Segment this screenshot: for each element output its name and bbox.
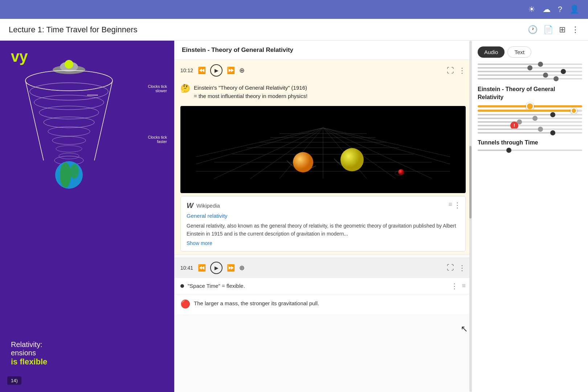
top-bar: ☀ ☁ ? 👤 bbox=[0, 0, 588, 19]
svg-point-11 bbox=[52, 136, 86, 144]
svg-point-2 bbox=[65, 60, 73, 69]
video-frame[interactable] bbox=[180, 106, 466, 193]
svg-point-39 bbox=[293, 152, 313, 172]
svg-point-17 bbox=[70, 164, 79, 179]
add-button-1[interactable]: ⊕ bbox=[239, 66, 245, 74]
slider-track-o8[interactable] bbox=[478, 132, 582, 134]
slider-thumb-1[interactable] bbox=[538, 62, 543, 67]
slider-track-4[interactable] bbox=[478, 74, 582, 76]
more-vertical-icon[interactable]: ⋮ bbox=[571, 25, 579, 34]
orange-slider-row-6: ! bbox=[478, 125, 582, 126]
rewind-button-1[interactable]: ⏪ bbox=[198, 66, 206, 74]
slide-page-number: 14) bbox=[7, 376, 21, 385]
slider-track-1[interactable] bbox=[478, 64, 582, 65]
slider-track-2[interactable] bbox=[478, 67, 582, 69]
slider-group-orange: ! bbox=[478, 105, 582, 134]
history-icon[interactable]: 🕐 bbox=[528, 25, 538, 34]
more-menu-button-1[interactable]: ⋮ bbox=[458, 66, 466, 75]
slider-track-5[interactable] bbox=[478, 78, 582, 79]
tab-audio[interactable]: Audio bbox=[478, 46, 505, 58]
show-more-link[interactable]: Show more bbox=[187, 240, 460, 246]
slider-thumb-2[interactable] bbox=[527, 65, 532, 70]
scrollbar-thumb[interactable] bbox=[469, 146, 471, 219]
slider-track-3[interactable] bbox=[478, 71, 582, 72]
panel-tabs: Audio Text bbox=[478, 46, 582, 58]
svg-point-8 bbox=[39, 106, 99, 119]
main-content: vy bbox=[0, 41, 588, 392]
wikipedia-text: General relativity, also known as the ge… bbox=[187, 222, 460, 238]
slider-thumb-dark-2[interactable] bbox=[550, 130, 555, 135]
scrollbar[interactable] bbox=[469, 41, 471, 392]
slider-row-5 bbox=[478, 78, 582, 79]
expand-button-2[interactable]: ⛶ bbox=[447, 264, 454, 272]
slide-preview: vy bbox=[0, 41, 174, 392]
slider-thumb-dark-1[interactable] bbox=[550, 112, 555, 117]
svg-point-16 bbox=[60, 162, 71, 188]
slider-track-o5[interactable] bbox=[478, 121, 582, 123]
slider-row-4 bbox=[478, 74, 582, 76]
fast-forward-button-2[interactable]: ⏩ bbox=[227, 264, 235, 272]
section-title-einstein: Einstein - Theory of General Relativity bbox=[478, 85, 582, 102]
note-row: "Space Time" = flexible. ⋮ ≡ bbox=[175, 278, 471, 294]
slide-bottom-text: Relativity: ensions is flexible bbox=[0, 340, 58, 367]
wikipedia-label: Wikipedia bbox=[196, 203, 220, 209]
orange-slider-row-5 bbox=[478, 121, 582, 123]
audio-player-2: 10:41 ⏪ ▶ ⏩ ⊕ ⛶ ⋮ bbox=[175, 258, 471, 278]
play-button-2[interactable]: ▶ bbox=[210, 262, 222, 274]
slider-row-3 bbox=[478, 71, 582, 72]
note-text: "Space Time" = flexible. bbox=[188, 283, 447, 289]
slider-track-o7[interactable] bbox=[478, 128, 582, 130]
slider-track-o3[interactable] bbox=[478, 114, 582, 115]
orange-thumb-center[interactable] bbox=[526, 102, 534, 110]
svg-point-12 bbox=[56, 146, 82, 152]
rewind-button-2[interactable]: ⏪ bbox=[198, 264, 206, 272]
slider-group-top bbox=[478, 64, 582, 79]
note-menu-button[interactable]: ⋮ bbox=[451, 282, 458, 290]
play-button-1[interactable]: ▶ bbox=[210, 64, 222, 77]
orange-track-1[interactable] bbox=[478, 105, 582, 107]
add-button-2[interactable]: ⊕ bbox=[239, 264, 245, 272]
card-title: Einstein - Theory of General Relativity bbox=[182, 46, 293, 53]
orange-thumb-right[interactable] bbox=[571, 107, 577, 114]
funnel-diagram bbox=[11, 59, 127, 197]
tab-text[interactable]: Text bbox=[507, 46, 531, 58]
slider-thumb-gray-1[interactable] bbox=[532, 116, 538, 121]
slider-track-bottom[interactable] bbox=[478, 150, 582, 151]
wiki-drag-icon[interactable]: ≡ bbox=[448, 201, 452, 208]
cloud-icon[interactable]: ☁ bbox=[543, 5, 551, 14]
warning-icon: 🔴 bbox=[180, 299, 190, 309]
page-header: Lecture 1: Time Travel for Beginners 🕐 📄… bbox=[0, 19, 588, 41]
wiki-header: W Wikipedia bbox=[187, 201, 460, 210]
slider-thumb-bottom[interactable] bbox=[506, 148, 511, 153]
wiki-menu-button[interactable]: ⋮ bbox=[454, 201, 461, 209]
warning-text: The larger a mass, the stronger its grav… bbox=[194, 299, 319, 308]
layout-icon[interactable]: ⊞ bbox=[559, 25, 565, 34]
svg-point-40 bbox=[340, 148, 364, 171]
wikipedia-link[interactable]: General relativity bbox=[187, 213, 460, 219]
audio-player-1: 10:12 ⏪ ▶ ⏩ ⊕ ⛶ ⋮ bbox=[175, 60, 471, 81]
slider-track-o6[interactable]: ! bbox=[478, 125, 582, 126]
section-title-tunnels: Tunnels through Time bbox=[478, 139, 582, 146]
orange-track-2[interactable] bbox=[478, 110, 582, 112]
slide-content: vy bbox=[0, 41, 174, 392]
svg-point-10 bbox=[48, 127, 90, 136]
slider-thumb-5[interactable] bbox=[554, 76, 559, 81]
right-panel: Audio Text bbox=[472, 41, 588, 392]
svg-line-5 bbox=[94, 81, 113, 160]
note-drag-icon[interactable]: ≡ bbox=[462, 282, 466, 290]
slider-thumb-4[interactable] bbox=[543, 73, 548, 78]
more-menu-button-2[interactable]: ⋮ bbox=[458, 264, 466, 272]
user-icon[interactable]: 👤 bbox=[569, 5, 579, 14]
slider-track-o4[interactable] bbox=[478, 118, 582, 119]
audio-time-2: 10:41 bbox=[180, 265, 193, 271]
expand-button-1[interactable]: ⛶ bbox=[447, 66, 454, 75]
help-icon[interactable]: ? bbox=[558, 5, 562, 14]
brightness-icon[interactable]: ☀ bbox=[528, 5, 535, 14]
page-title: Lecture 1: Time Travel for Beginners bbox=[9, 25, 138, 34]
svg-point-9 bbox=[44, 117, 94, 128]
slider-thumb-gray-3[interactable] bbox=[538, 127, 543, 132]
orange-slider-row-7 bbox=[478, 128, 582, 130]
fast-forward-button-1[interactable]: ⏩ bbox=[227, 66, 235, 74]
slider-thumb-3[interactable] bbox=[561, 69, 566, 74]
document-icon[interactable]: 📄 bbox=[543, 25, 553, 34]
